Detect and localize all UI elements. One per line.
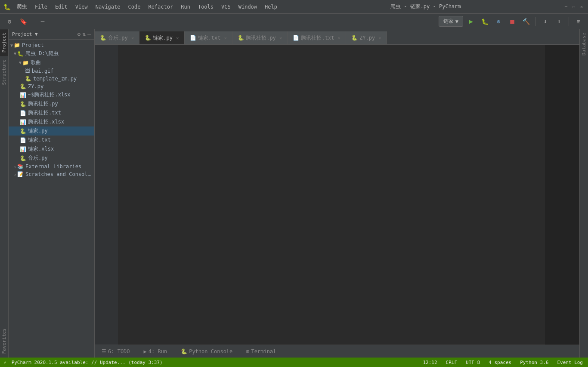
minimap bbox=[545, 45, 579, 345]
tab-lianjia-py[interactable]: 🐍 链家.py ✕ bbox=[139, 31, 184, 44]
console-label: Python Console bbox=[189, 348, 232, 355]
menu-help[interactable]: Help bbox=[261, 3, 281, 11]
tab-label: 腾讯社招.txt bbox=[301, 34, 334, 42]
tab-label: 链家.txt bbox=[198, 34, 221, 42]
tree-arrow: ▷ bbox=[14, 172, 16, 177]
tab-close-tengxun-txt[interactable]: ✕ bbox=[337, 35, 340, 41]
tree-project-root[interactable]: ▼ 📁 Project bbox=[9, 41, 94, 49]
vtab-database[interactable]: Database bbox=[580, 29, 588, 59]
tree-bug-folder[interactable]: ▼ 🐛 爬虫 D:\爬虫 bbox=[9, 49, 94, 58]
menu-file[interactable]: File bbox=[31, 3, 51, 11]
bottom-panel: ☰ 6: TODO ▶ 4: Run 🐍 Python Console ⊞ Te… bbox=[95, 345, 579, 358]
git-push-button[interactable]: ⬆ bbox=[553, 15, 565, 28]
tree-gesong-folder[interactable]: ▼ 📁 歌曲 bbox=[9, 58, 94, 67]
tab-close-zy[interactable]: ✕ bbox=[378, 35, 381, 41]
tree-tengxun-py[interactable]: 🐍 腾讯社招.py bbox=[9, 99, 94, 108]
code-editor[interactable] bbox=[95, 45, 579, 345]
tab-close-lianjia-txt[interactable]: ✕ bbox=[224, 35, 227, 41]
toolbar-separator-2 bbox=[535, 17, 536, 26]
tree-lianjia-py[interactable]: 🐍 链家.py bbox=[9, 126, 94, 136]
run-label: 4: Run bbox=[149, 348, 167, 355]
coverage-button[interactable]: ⊕ bbox=[492, 15, 504, 28]
tree-lianjia-txt[interactable]: 📄 链家.txt bbox=[9, 136, 94, 145]
menu-window[interactable]: Window bbox=[235, 3, 260, 11]
bottom-tab-todo[interactable]: ☰ 6: TODO bbox=[98, 347, 133, 356]
editor-tab-bar: 🐍 音乐.py ✕ 🐍 链家.py ✕ 📄 链家.txt ✕ 🐍 腾讯社招.py… bbox=[95, 29, 579, 45]
menu-tools[interactable]: Tools bbox=[195, 3, 217, 11]
bottom-tab-terminal[interactable]: ⊞ Terminal bbox=[243, 347, 279, 356]
vtab-favorites[interactable]: Favorites bbox=[0, 325, 8, 358]
tree-tengxun-xlsx[interactable]: 📊 腾讯社招.xlsx bbox=[9, 117, 94, 126]
panel-title: Project ▼ bbox=[12, 31, 38, 37]
menu-refactor[interactable]: Refactor bbox=[145, 3, 176, 11]
tab-yinyue[interactable]: 🐍 音乐.py ✕ bbox=[95, 31, 139, 44]
run-config-selector[interactable]: 链家 ▼ bbox=[439, 16, 463, 27]
tab-zy[interactable]: 🐍 ZY.py ✕ bbox=[346, 31, 387, 44]
tree-templatezm[interactable]: 🐍 template_zm.py bbox=[9, 75, 94, 83]
tree-scratches[interactable]: ▷ 📝 Scratches and Consoles bbox=[9, 170, 94, 178]
tree-tilde-xlsx[interactable]: 📊 ~$腾讯社招.xlsx bbox=[9, 90, 94, 99]
vtab-project[interactable]: Project bbox=[0, 29, 8, 56]
menu-app[interactable]: 爬虫 bbox=[13, 2, 31, 12]
tree-zy[interactable]: 🐍 ZY.py bbox=[9, 83, 94, 90]
event-log[interactable]: Event Log bbox=[555, 360, 585, 365]
panel-minimize-icon[interactable]: ─ bbox=[87, 31, 91, 37]
tree-tengxun-txt[interactable]: 📄 腾讯社招.txt bbox=[9, 108, 94, 117]
code-content[interactable] bbox=[118, 45, 545, 345]
tree-label: 爬虫 D:\爬虫 bbox=[25, 50, 93, 57]
menu-view[interactable]: View bbox=[72, 3, 91, 11]
tree-arrow: ▼ bbox=[14, 51, 16, 56]
run-button[interactable]: ▶ bbox=[465, 15, 477, 28]
menu-run[interactable]: Run bbox=[177, 3, 194, 11]
settings-button[interactable]: ⚙ bbox=[3, 15, 15, 28]
console-icon: 🐍 bbox=[181, 348, 187, 355]
line-ending[interactable]: CRLF bbox=[444, 360, 459, 365]
tree-baigif[interactable]: 🖼 bai.gif bbox=[9, 67, 94, 75]
tree-label: 链家.txt bbox=[28, 136, 93, 144]
menu-navigate[interactable]: Navigate bbox=[92, 3, 124, 11]
encoding[interactable]: UTF-8 bbox=[464, 360, 482, 365]
tab-close-tengxun[interactable]: ✕ bbox=[279, 35, 282, 41]
tree-external-libs[interactable]: ▷ 📚 External Libraries bbox=[9, 163, 94, 170]
build-button[interactable]: 🔨 bbox=[520, 15, 532, 28]
close-button[interactable]: ✕ bbox=[579, 4, 585, 10]
tab-close-lianjia[interactable]: ✕ bbox=[176, 35, 179, 41]
tab-lianjia-txt[interactable]: 📄 链家.txt ✕ bbox=[185, 31, 233, 44]
tab-close-yinyue[interactable]: ✕ bbox=[131, 35, 134, 41]
tree-yinyue[interactable]: 🐍 音乐.py bbox=[9, 154, 94, 163]
debug-button[interactable]: 🐛 bbox=[479, 15, 491, 28]
collapse-button[interactable]: ─ bbox=[37, 15, 49, 28]
panel-gear-icon[interactable]: ⚙ bbox=[77, 31, 81, 37]
tab-label: 腾讯社招.py bbox=[246, 34, 276, 42]
python-version[interactable]: Python 3.6 bbox=[518, 360, 550, 365]
update-message[interactable]: PyCharm 2020.1.5 available: // Update...… bbox=[10, 360, 164, 365]
menu-edit[interactable]: Edit bbox=[52, 3, 71, 11]
tab-tengxun-py[interactable]: 🐍 腾讯社招.py ✕ bbox=[232, 31, 288, 44]
code-gutter bbox=[95, 45, 101, 345]
toolbar-separator-3 bbox=[569, 17, 569, 26]
terminal-button[interactable]: ⊞ bbox=[573, 15, 585, 28]
menu-code[interactable]: Code bbox=[125, 3, 144, 11]
bug-folder-icon: 🐛 bbox=[17, 51, 24, 57]
txt-icon: 📄 bbox=[20, 137, 26, 143]
tree-lianjia-xlsx[interactable]: 📊 链家.xlsx bbox=[9, 145, 94, 154]
git-update-button[interactable]: ⬇ bbox=[539, 15, 551, 28]
tree-label: 音乐.py bbox=[28, 154, 93, 162]
stop-button[interactable]: ■ bbox=[506, 15, 518, 28]
vtab-structure[interactable]: Structure bbox=[0, 56, 8, 89]
main-layout: Project Structure Favorites Project ▼ ⚙ … bbox=[0, 29, 588, 358]
bottom-tab-python-console[interactable]: 🐍 Python Console bbox=[177, 347, 236, 356]
panel-sort-icon[interactable]: ⇅ bbox=[82, 31, 86, 37]
folder-icon: 📁 bbox=[22, 60, 29, 66]
tree-label: 链家.xlsx bbox=[28, 145, 93, 153]
editor-area: 🐍 音乐.py ✕ 🐍 链家.py ✕ 📄 链家.txt ✕ 🐍 腾讯社招.py… bbox=[95, 29, 579, 358]
tab-tengxun-txt[interactable]: 📄 腾讯社招.txt ✕ bbox=[288, 31, 346, 44]
bookmark-button[interactable]: 🔖 bbox=[17, 15, 29, 28]
maximize-button[interactable]: ☐ bbox=[571, 4, 577, 10]
menu-vcs[interactable]: VCS bbox=[218, 3, 234, 11]
indent[interactable]: 4 spaces bbox=[487, 360, 513, 365]
minimize-button[interactable]: ─ bbox=[563, 4, 569, 10]
line-col[interactable]: 12:12 bbox=[421, 360, 439, 365]
bottom-tab-run[interactable]: ▶ 4: Run bbox=[140, 347, 171, 356]
run-config-label: 链家 bbox=[443, 18, 454, 25]
